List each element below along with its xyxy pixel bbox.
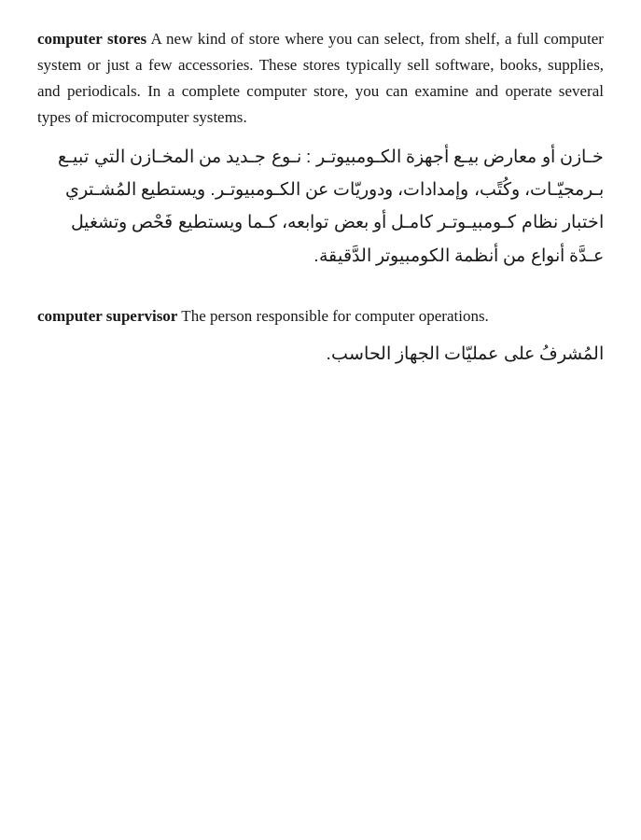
term-computer-stores: computer stores bbox=[37, 30, 146, 48]
entry-stores-text: computer stores A new kind of store wher… bbox=[37, 26, 604, 131]
arabic-supervisor: المُشرفُ على عمليّات الجهاز الحاسب. bbox=[37, 337, 604, 370]
page-container: computer stores A new kind of store wher… bbox=[0, 0, 641, 840]
entry-supervisor-text: computer supervisor The person responsib… bbox=[37, 303, 604, 329]
entry-computer-stores: computer stores A new kind of store wher… bbox=[37, 26, 604, 272]
term-computer-supervisor: computer supervisor bbox=[37, 307, 177, 325]
entry-supervisor-definition: The person responsible for computer oper… bbox=[177, 307, 488, 325]
arabic-stores: خـازن أو معارض بيـع أجهزة الكـومبيوتـر :… bbox=[37, 140, 604, 272]
divider bbox=[37, 290, 604, 303]
entry-computer-supervisor: computer supervisor The person responsib… bbox=[37, 303, 604, 370]
